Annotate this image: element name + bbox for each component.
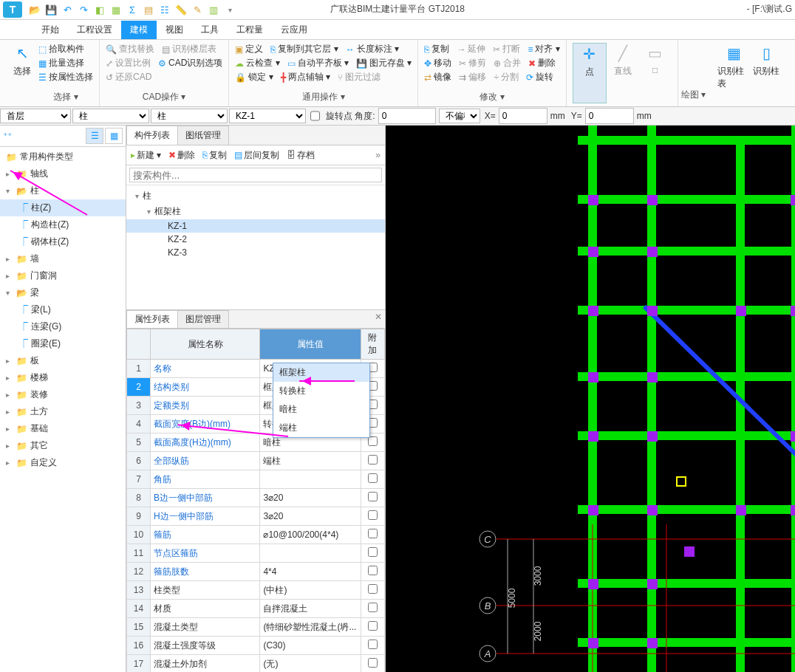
cat1-select[interactable]: 柱 (72, 109, 149, 123)
floor-copy-button[interactable]: ▤层间复制 (234, 149, 279, 162)
prop-row[interactable]: 9H边一侧中部筋3⌀20 (127, 507, 385, 526)
prop-value[interactable]: (特细砂塑性混凝土(坍... (260, 618, 361, 637)
select-big-button[interactable]: ↖ 选择 (6, 43, 38, 103)
define[interactable]: ▣定义 (235, 43, 263, 55)
tree-finish[interactable]: ▸📁装修 (0, 386, 126, 403)
cad-options[interactable]: ⚙CAD识别选项 (158, 57, 222, 69)
prop-extra[interactable] (361, 618, 384, 637)
prop-value[interactable] (260, 470, 361, 489)
menu-model[interactable]: 建模 (121, 21, 157, 39)
qat-save-icon[interactable]: 💾 (44, 3, 58, 16)
more-icon[interactable]: » (375, 150, 381, 160)
search-input[interactable] (129, 168, 382, 182)
prop-extra[interactable] (361, 655, 384, 673)
tree-masonry-col[interactable]: ⎾砌体柱(Z) (0, 233, 126, 250)
prop-extra[interactable] (361, 563, 384, 581)
cloud-check[interactable]: ☁云检查 ▾ (235, 57, 279, 69)
clist-kz1[interactable]: KZ-1 (126, 219, 385, 233)
menu-project[interactable]: 工程设置 (68, 21, 121, 39)
length-dim[interactable]: ↔长度标注 ▾ (346, 43, 399, 55)
tab-prop-list[interactable]: 属性列表 (126, 310, 178, 328)
qat-ruler-icon[interactable]: 📏 (174, 3, 188, 16)
tree-link-beam[interactable]: ⎾连梁(G) (0, 318, 126, 335)
mirror[interactable]: ⇄镜像 (424, 71, 451, 83)
expand-icon[interactable]: ⁺⁺ (3, 131, 12, 141)
align[interactable]: ≡对齐 ▾ (528, 43, 559, 55)
rotate-input[interactable] (378, 108, 436, 124)
prop-extra[interactable] (361, 581, 384, 600)
dd-end[interactable]: 端柱 (273, 419, 369, 437)
prop-value[interactable]: 自拌混凝土 (260, 600, 361, 618)
prop-extra[interactable] (361, 489, 384, 507)
line-tool[interactable]: ╱ 直线 (607, 43, 639, 103)
menu-view[interactable]: 视图 (157, 21, 192, 39)
prop-value[interactable]: (C30) (260, 637, 361, 655)
prop-row[interactable]: 17混凝土外加剂(无) (127, 655, 385, 673)
struct-type-dropdown[interactable]: 框架柱 转换柱 暗柱 端柱 (273, 363, 370, 438)
rotate-check[interactable] (310, 109, 320, 123)
prop-value[interactable]: 4*4 (260, 563, 361, 581)
prop-row[interactable]: 16混凝土强度等级(C30) (127, 637, 385, 655)
prop-extra[interactable] (361, 470, 384, 489)
tree-column[interactable]: ▾📂柱 (0, 182, 126, 199)
rect-tool[interactable]: ▭ □ (639, 43, 672, 103)
tree-beam[interactable]: ▾📂梁 (0, 284, 126, 301)
prop-row[interactable]: 6全部纵筋端柱 (127, 452, 385, 470)
qat-icon[interactable]: ◧ (93, 3, 106, 16)
cat2-select[interactable]: 柱 (151, 109, 228, 123)
qat-undo-icon[interactable]: ↶ (61, 3, 74, 16)
qat-layers-icon[interactable]: ▥ (207, 3, 220, 16)
tree-struct-col[interactable]: ⎾构造柱(Z) (0, 216, 126, 233)
clist-frame-col[interactable]: ▾框架柱 (126, 204, 385, 219)
lock[interactable]: 🔒锁定 ▾ (235, 71, 273, 83)
tree-stair[interactable]: ▸📁楼梯 (0, 369, 126, 386)
prop-extra[interactable] (361, 507, 384, 526)
x-input[interactable] (499, 108, 547, 124)
qat-dropdown-icon[interactable]: ▾ (223, 3, 236, 16)
menu-cloud[interactable]: 云应用 (272, 21, 316, 39)
category-tree[interactable]: 📁常用构件类型 ▸📁轴线 ▾📂柱 ⎾柱(Z) ⎾构造柱(Z) ⎾砌体柱(Z) ▸… (0, 147, 126, 672)
prop-row[interactable]: 8B边一侧中部筋3⌀20 (127, 489, 385, 507)
qat-open-icon[interactable]: 📂 (28, 3, 41, 16)
tree-common[interactable]: 📁常用构件类型 (0, 148, 126, 165)
tree-custom[interactable]: ▸📁自定义 (0, 454, 126, 471)
prop-value[interactable]: ⌀10@100/200(4*4) (260, 526, 361, 544)
delete[interactable]: ✖删除 (528, 57, 556, 69)
tree-wall[interactable]: ▸📁墙 (0, 250, 126, 267)
prop-extra[interactable] (361, 637, 384, 655)
menu-tools[interactable]: 工具 (192, 21, 228, 39)
pick-component[interactable]: ⬚拾取构件 (38, 43, 93, 55)
clist-root[interactable]: ▾柱 (126, 188, 385, 204)
qat-icon[interactable]: ▦ (109, 3, 123, 16)
prop-value[interactable] (260, 544, 361, 563)
qat-sum-icon[interactable]: Σ (126, 3, 139, 16)
tab-component-list[interactable]: 构件列表 (126, 126, 178, 145)
auto-align[interactable]: ▭自动平齐板 ▾ (287, 57, 349, 69)
copy-button[interactable]: ⎘复制 (202, 149, 227, 162)
prop-row[interactable]: 14材质自拌混凝土 (127, 600, 385, 618)
tree-foundation[interactable]: ▸📁基础 (0, 420, 126, 437)
archive-button[interactable]: 🗄存档 (287, 149, 315, 162)
prop-row[interactable]: 13柱类型(中柱) (127, 581, 385, 600)
tab-layer-mgmt[interactable]: 图层管理 (177, 310, 229, 328)
dd-hidden[interactable]: 暗柱 (273, 400, 369, 419)
prop-value[interactable]: 3⌀20 (260, 489, 361, 507)
batch-select[interactable]: ▦批量选择 (38, 57, 93, 69)
prop-extra[interactable] (361, 600, 384, 618)
copy-to-floor[interactable]: ⎘复制到其它层 ▾ (270, 43, 338, 55)
delete-button[interactable]: ✖删除 (168, 149, 195, 162)
move[interactable]: ✥移动 (424, 57, 451, 69)
tree-ring-beam[interactable]: ⎾圈梁(E) (0, 335, 126, 352)
prop-row[interactable]: 10箍筋⌀10@100/200(4*4) (127, 526, 385, 544)
component-list[interactable]: ▾柱 ▾框架柱 KZ-1 KZ-2 KZ-3 (126, 185, 385, 309)
offset-select[interactable]: 不偏移 ▾ (439, 109, 480, 123)
prop-extra[interactable] (361, 544, 384, 563)
prop-row[interactable]: 12箍筋肢数4*4 (127, 563, 385, 581)
qat-edit-icon[interactable]: ✎ (191, 3, 204, 16)
close-icon[interactable]: ✕ (375, 312, 382, 322)
prop-row[interactable]: 15混凝土类型(特细砂塑性混凝土(坍... (127, 618, 385, 637)
prop-extra[interactable] (361, 526, 384, 544)
tree-other[interactable]: ▸📁其它 (0, 437, 126, 454)
qat-redo-icon[interactable]: ↷ (77, 3, 90, 16)
copy[interactable]: ⎘复制 (424, 43, 449, 55)
